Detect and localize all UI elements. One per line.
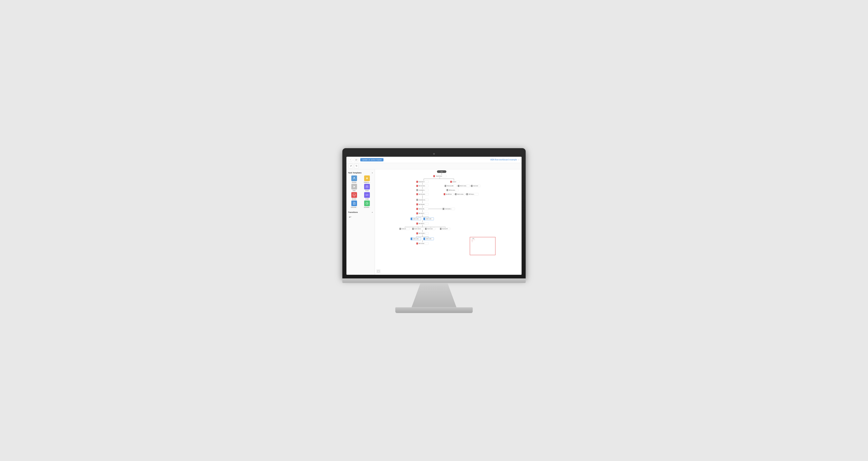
svg-text:Wait 4 cancel...: Wait 4 cancel... [418,243,425,244]
svg-rect-67 [466,193,468,195]
svg-rect-49 [416,189,418,191]
transitions-chevron: ▲ [371,211,373,213]
template-item-document[interactable]: Docume... [348,200,360,208]
svg-point-0 [353,177,354,178]
back-button[interactable]: ‹ [348,158,352,162]
svg-text:Email email: Email email [473,186,478,187]
svg-text:Cancel policy n...: Cancel policy n... [445,208,452,209]
task-templates-section: Task Templates ▲ [346,171,375,209]
template-item-human[interactable]: Human [348,175,360,183]
svg-rect-79 [416,208,418,210]
svg-text:Wait cancel 1...: Wait cancel 1... [418,213,425,214]
svg-rect-4 [366,186,368,188]
svg-rect-58 [443,193,454,195]
svg-rect-71 [416,199,418,201]
svg-text:Wait 2d remind...: Wait 2d remind... [418,194,426,195]
svg-rect-94 [410,218,421,220]
code-icon [364,192,370,198]
svg-rect-56 [416,193,418,195]
svg-line-15 [367,203,368,204]
document-icon [351,200,357,206]
monitor-screen-outer: ‹ 10 Update an active master ABA flow-wo… [342,148,526,278]
auto-label: Auto [353,190,355,191]
monitor-base [395,307,473,313]
template-item-auto[interactable]: Auto [348,184,360,191]
breadcrumb[interactable]: ABA flow-workboard example → [490,159,520,161]
update-active-master-button[interactable]: Update an active master [360,158,383,161]
svg-rect-70 [416,199,429,201]
svg-text:Wait cancel 2...: Wait cancel 2... [418,223,425,224]
svg-text:ABA form poss...: ABA form poss... [449,190,456,191]
svg-rect-145 [471,239,473,240]
svg-text:StartCancella...: StartCancella... [418,208,425,209]
task-templates-header[interactable]: Task Templates ▲ [346,171,375,175]
svg-rect-51 [446,189,459,191]
transitions-header[interactable]: Transitions ▲ [346,210,375,214]
screen-label: Screen [352,198,356,200]
svg-text:Letter 2 code: Letter 2 code [413,219,418,220]
svg-rect-141 [472,238,474,238]
schedule-label: Schedul... [364,206,370,208]
svg-rect-84 [443,208,444,210]
svg-rect-37 [444,185,446,187]
svg-rect-75 [416,203,418,205]
sidebar: Task Templates ▲ [346,169,375,275]
transition-arrow-icon: ↩ [348,215,352,219]
schedule-icon [364,200,370,206]
svg-rect-114 [412,228,414,230]
svg-rect-19 [433,175,446,177]
svg-rect-140 [470,237,495,255]
svg-rect-97 [424,218,434,220]
svg-rect-137 [416,242,429,244]
svg-rect-7 [353,194,355,196]
svg-rect-123 [416,232,429,234]
svg-point-2 [367,178,367,178]
toolbar: ↺ ↻ [346,163,522,169]
svg-rect-117 [425,228,427,230]
svg-text:SearchCreate...: SearchCreate... [436,176,442,177]
svg-rect-131 [411,237,412,240]
svg-rect-78 [416,208,429,210]
template-grid: Human Subproc... [346,175,375,209]
svg-rect-116 [425,228,435,230]
svg-rect-36 [444,185,457,187]
svg-rect-148 [471,240,473,240]
svg-rect-111 [399,228,401,230]
svg-text:Email user: Email user [402,228,406,229]
svg-rect-120 [440,228,441,230]
svg-text:1st reminder s...: 1st reminder s... [418,190,425,191]
svg-rect-33 [416,185,429,187]
svg-rect-119 [440,228,450,230]
fullscreen-button[interactable] [377,269,380,273]
human-icon [351,175,357,181]
transition-arrow-item[interactable]: ↩ [346,214,375,220]
svg-text:Review possible: Review possible [447,186,454,187]
template-item-subprocess[interactable]: Subproc... [361,175,373,183]
svg-rect-102 [416,223,418,224]
document-label: Docume... [351,206,358,208]
svg-rect-146 [473,239,475,240]
svg-rect-134 [424,237,425,240]
svg-text:Email ref: Email ref [452,181,456,182]
svg-rect-101 [416,222,429,225]
svg-rect-87 [416,212,429,214]
template-item-code[interactable]: Code [361,192,373,200]
template-item-schedule[interactable]: Schedul... [361,200,373,208]
transitions-label: Transitions [348,211,358,213]
monitor-wrapper: ‹ 10 Update an active master ABA flow-wo… [342,148,526,313]
svg-rect-52 [446,189,448,191]
svg-text:Wait 1d remind...: Wait 1d remind... [418,186,426,187]
svg-rect-138 [416,242,418,244]
template-item-screen[interactable]: Screen [348,192,360,200]
auto-icon [351,184,357,190]
svg-rect-63 [455,193,456,195]
svg-rect-20 [433,175,435,177]
undo-button[interactable]: ↺ [348,164,353,168]
svg-line-10 [367,194,367,196]
canvas-area[interactable]: Start SearchCreate... [375,169,522,275]
redo-button[interactable]: ↻ [354,164,359,168]
svg-rect-40 [458,185,459,187]
svg-rect-95 [411,218,412,220]
svg-text:Email client SI: Email client SI [418,181,425,182]
template-item-form[interactable]: Form [361,184,373,191]
